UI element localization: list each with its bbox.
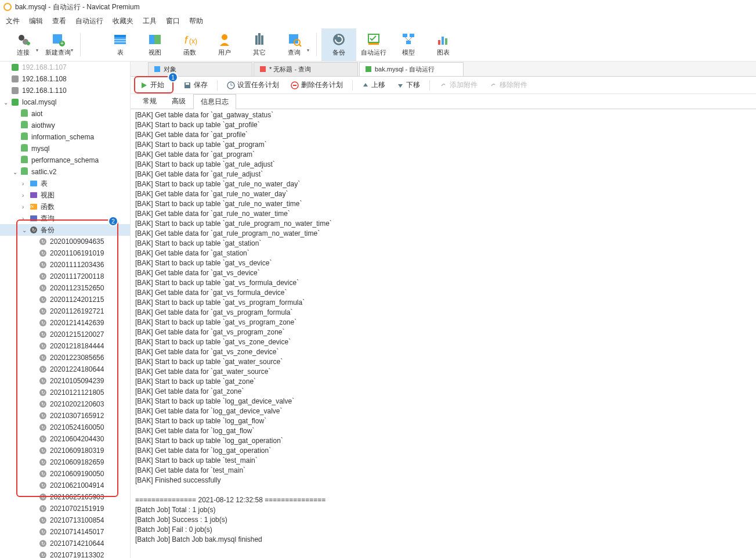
tree-node[interactable]: ↻20210714145017 [0, 526, 130, 538]
tree-node[interactable]: ↻20210609180319 [0, 445, 130, 456]
tree-icon: ↻ [38, 551, 48, 558]
tree-node[interactable]: ↻20210604204430 [0, 433, 130, 445]
toolbar-others[interactable]: 其它 [242, 28, 277, 61]
save-button[interactable]: 保存 [179, 79, 212, 91]
tree-node[interactable]: ↻20201009094635 [0, 236, 130, 247]
tree-node[interactable]: ↻20210719113302 [0, 549, 130, 558]
tab-objects[interactable]: 对象 [148, 62, 252, 76]
tree-node[interactable]: ⌄satlic.v2 [0, 166, 130, 178]
tree-node[interactable]: ↻20210625165903 [0, 491, 130, 503]
queries-icon [287, 32, 302, 47]
log-line: [BAK] Start to back up table `gat_profil… [135, 120, 751, 130]
start-icon [140, 81, 148, 89]
tree-node[interactable]: 192.168.1.107 [0, 62, 130, 73]
tab-untitled-query[interactable]: * 无标题 - 查询 [254, 62, 358, 76]
tree-node[interactable]: ↻20201218184444 [0, 340, 130, 352]
tree-node[interactable]: ↻20210121121805 [0, 387, 130, 398]
tree-node[interactable]: ↻20201224180644 [0, 363, 130, 375]
toolbar-functions[interactable]: f(x)函数 [172, 28, 207, 61]
tree-node[interactable]: ↻20201215120027 [0, 329, 130, 340]
move-down-button[interactable]: 下移 [392, 79, 425, 91]
toolbar-users[interactable]: 用户 [207, 28, 242, 61]
tree-node[interactable]: ↻20210307165912 [0, 410, 130, 422]
menu-2[interactable]: 查看 [52, 16, 66, 26]
sidebar[interactable]: 2 192.168.1.107192.168.1.108192.168.1.11… [0, 62, 131, 558]
menu-3[interactable]: 自动运行 [75, 16, 103, 26]
tree-node[interactable]: ↻20210609182659 [0, 456, 130, 468]
menu-4[interactable]: 收藏夹 [113, 16, 133, 26]
toolbar-charts[interactable]: 图表 [426, 28, 461, 61]
tree-node[interactable]: 192.168.1.108 [0, 73, 130, 85]
tree-icon: ↻ [38, 307, 48, 315]
tree-label: 查询 [41, 214, 55, 224]
tree-node[interactable]: ↻20201111203436 [0, 259, 130, 271]
tree-node[interactable]: aiot [0, 108, 130, 120]
tree-node[interactable]: ›fx函数 [0, 201, 130, 213]
tree-node[interactable]: ↻20210621004914 [0, 480, 130, 491]
svg-rect-17 [258, 33, 261, 45]
tree-node[interactable]: ›视图 [0, 189, 130, 201]
tree-node[interactable]: ↻20210609190050 [0, 468, 130, 480]
action-row: 1 开始保存设置任务计划删除任务计划上移下移添加附件移除附件 [131, 77, 756, 94]
tree-node[interactable]: ↻20201106191019 [0, 247, 130, 259]
tree-node[interactable]: ↻20201123152650 [0, 282, 130, 294]
tree-label: 20210714145017 [50, 528, 104, 536]
set-schedule-button[interactable]: 设置任务计划 [222, 79, 284, 91]
tree-icon: ↻ [38, 319, 48, 327]
tree-icon [20, 121, 29, 129]
toolbar-automation[interactable]: 自动运行 [356, 28, 391, 61]
tree-node[interactable]: performance_schema [0, 154, 130, 166]
tree-node[interactable]: ↻20210105094239 [0, 375, 130, 387]
log-line: [BAK] Get table data for `log_gat_device… [135, 406, 751, 416]
tree-label: satlic.v2 [31, 168, 56, 176]
move-up-button[interactable]: 上移 [357, 79, 390, 91]
toolbar-label: 新建查询 [45, 48, 71, 57]
tree-node[interactable]: ⌄local.mysql [0, 96, 130, 108]
menu-1[interactable]: 编辑 [29, 16, 43, 26]
tree-node[interactable]: ↻20210713100854 [0, 514, 130, 526]
tree-node[interactable]: ↻20201124201215 [0, 294, 130, 305]
tree-node[interactable]: aiothwy [0, 120, 130, 131]
toolbar-connect[interactable]: +连接▾ [6, 28, 41, 61]
tree-label: 表 [41, 179, 48, 189]
tab-bak-mysql-auto[interactable]: bak.mysql - 自动运行 [359, 62, 464, 76]
sub-tab-1[interactable]: 高级 [164, 93, 193, 109]
sub-tabs: 常规高级信息日志 [131, 94, 756, 109]
tree-node[interactable]: ↻20201126192721 [0, 305, 130, 317]
tree-icon: ↻ [38, 354, 48, 362]
tree-node[interactable]: information_schema [0, 131, 130, 143]
menu-0[interactable]: 文件 [6, 16, 20, 26]
log-area[interactable]: [BAK] Get table data for `gat_gatway_sta… [131, 109, 756, 558]
tree-node[interactable]: ↻20210714210644 [0, 538, 130, 549]
menu-6[interactable]: 窗口 [166, 16, 180, 26]
tree-node[interactable]: ↻20201214142639 [0, 317, 130, 329]
sub-tab-0[interactable]: 常规 [135, 93, 164, 109]
tree-node[interactable]: 192.168.1.110 [0, 85, 130, 96]
tree-arrow-icon: › [22, 215, 29, 222]
backup-icon [331, 32, 346, 47]
toolbar-tables[interactable]: 表 [103, 28, 138, 61]
toolbar-label: 用户 [218, 48, 231, 57]
toolbar-model[interactable]: 模型 [391, 28, 426, 61]
start-button[interactable]: 开始 [135, 79, 169, 91]
log-line: [Batch Job] Success : 1 job(s) [135, 515, 751, 525]
menu-7[interactable]: 帮助 [189, 16, 203, 26]
tree-node[interactable]: ↻20201223085656 [0, 352, 130, 363]
toolbar-queries[interactable]: 查询▾ [277, 28, 312, 61]
tree-label: 20210702151919 [50, 505, 104, 513]
tree-icon [20, 168, 29, 176]
toolbar-views[interactable]: 视图 [138, 28, 172, 61]
log-line: [BAK] Get table data for `gat_vs_device` [135, 268, 751, 278]
tree-node[interactable]: ›表 [0, 178, 130, 189]
menu-5[interactable]: 工具 [143, 16, 157, 26]
tree-node[interactable]: ↻20210202120603 [0, 398, 130, 410]
toolbar-backup[interactable]: 备份 [321, 28, 356, 61]
tree-node[interactable]: ↻20210702151919 [0, 503, 130, 514]
delete-schedule-button[interactable]: 删除任务计划 [286, 79, 348, 91]
log-line: [BAK] Start to back up table `gat_water_… [135, 357, 751, 367]
toolbar-new-query[interactable]: +新建查询▾ [41, 28, 75, 61]
tree-node[interactable]: ↻20210524160050 [0, 422, 130, 433]
tree-node[interactable]: mysql [0, 143, 130, 154]
tree-node[interactable]: ↻20201117200118 [0, 271, 130, 282]
sub-tab-2[interactable]: 信息日志 [193, 94, 236, 109]
